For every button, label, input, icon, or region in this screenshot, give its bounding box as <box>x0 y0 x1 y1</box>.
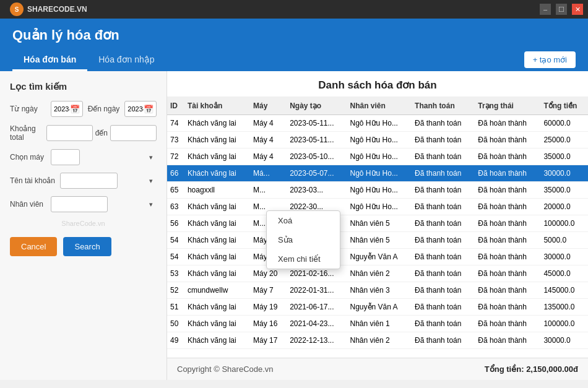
search-button[interactable]: Search <box>63 237 111 256</box>
table-cell: Khách vãng lai <box>184 115 250 132</box>
table-row[interactable]: 56Khách vãng laiM...2022-29...Nhân viên … <box>167 215 588 232</box>
table-row[interactable]: 54Khách vãng laiMáy 112021-05-28...Nguyễ… <box>167 249 588 265</box>
table-row[interactable]: 63Khách vãng laiM...2022-30...Ngô Hữu Ho… <box>167 199 588 215</box>
cancel-button[interactable]: Cancel <box>10 237 57 256</box>
table-area: Danh sách hóa đơn bán ID Tài khoản Máy N… <box>167 71 588 380</box>
table-cell: 2022-12-13... <box>287 332 347 349</box>
table-cell: 5000.0 <box>540 232 588 249</box>
context-menu-item[interactable]: Xoá <box>267 211 340 230</box>
logo-text: SHARECODE.VN <box>27 5 87 14</box>
table-cell: 30000.0 <box>540 249 588 265</box>
machine-label: Chọn máy <box>10 153 46 162</box>
footer-bar: Copyright © ShareCode.vn Tổng tiền: 2,15… <box>167 358 588 380</box>
table-row[interactable]: 74Khách vãng laiMáy 42023-05-11...Ngô Hữ… <box>167 115 588 132</box>
maximize-button[interactable]: ☐ <box>556 4 567 15</box>
filter-title: Lọc tìm kiếm <box>10 81 157 92</box>
table-cell: Ngô Hữu Ho... <box>347 182 412 199</box>
table-cell: Máy 4 <box>250 132 287 149</box>
range-label: Khoảng total <box>10 124 44 142</box>
table-cell: Đã thanh toán <box>412 182 475 199</box>
tabs-bar: Hóa đơn bán Hóa đơn nhập + tạo mới <box>0 50 588 71</box>
table-cell: Khách vãng lai <box>184 265 250 282</box>
table-row[interactable]: 66Khách vãng laiMá...2023-05-07...Ngô Hữ… <box>167 165 588 182</box>
table-row[interactable]: 51Khách vãng laiMáy 192021-06-17...Nguyễ… <box>167 299 588 316</box>
machine-select[interactable]: Máy 1Máy 2Máy 3 Máy 4Máy 7 <box>51 149 80 165</box>
table-cell: Khách vãng lai <box>184 199 250 215</box>
table-cell: Đã hoàn thành <box>475 316 540 332</box>
table-cell: Khách vãng lai <box>184 165 250 182</box>
to-date-input[interactable] <box>128 105 144 113</box>
table-cell: Đã hoàn thành <box>475 265 540 282</box>
from-date-field[interactable]: 📅 <box>51 101 83 117</box>
table-cell: 60000.0 <box>540 115 588 132</box>
table-cell: Ngô Hữu Ho... <box>347 149 412 165</box>
table-cell: 25000.0 <box>540 132 588 149</box>
to-date-calendar-icon[interactable]: 📅 <box>144 105 153 114</box>
table-cell: 2022-01-31... <box>287 282 347 299</box>
account-row: Tên tài khoản Khách vãng lai hoagxxll cm… <box>10 173 157 189</box>
logo-area: S SHARECODE.VN <box>10 2 87 16</box>
table-cell: Đã thanh toán <box>412 332 475 349</box>
table-cell: Nguyễn Văn A <box>347 299 412 316</box>
table-cell: Ngô Hữu Ho... <box>347 115 412 132</box>
col-date: Ngày tạo <box>287 97 347 115</box>
table-cell: Má... <box>250 165 287 182</box>
table-cell: Khách vãng lai <box>184 215 250 232</box>
to-date-label: Đến ngày <box>88 105 120 113</box>
table-row[interactable]: 53Khách vãng laiMáy 202021-02-16...Nhân … <box>167 265 588 282</box>
table-cell: 35000.0 <box>540 149 588 165</box>
close-button[interactable]: ✕ <box>572 4 583 15</box>
table-cell: Đã thanh toán <box>412 115 475 132</box>
table-cell: 2023-05-11... <box>287 115 347 132</box>
invoice-table: ID Tài khoản Máy Ngày tạo Nhân viên Than… <box>167 97 588 349</box>
table-scroll[interactable]: ID Tài khoản Máy Ngày tạo Nhân viên Than… <box>167 97 588 358</box>
table-row[interactable]: 50Khách vãng laiMáy 162021-04-23...Nhân … <box>167 316 588 332</box>
col-account: Tài khoản <box>184 97 250 115</box>
col-status: Trạng thái <box>475 97 540 115</box>
tab-hoa-don-nhap[interactable]: Hóa đơn nhập <box>87 50 165 71</box>
table-cell: Đã hoàn thành <box>475 132 540 149</box>
table-row[interactable]: 73Khách vãng laiMáy 42023-05-11...Ngô Hữ… <box>167 132 588 149</box>
table-header-row: ID Tài khoản Máy Ngày tạo Nhân viên Than… <box>167 97 588 115</box>
table-cell: 145000.0 <box>540 282 588 299</box>
footer-total-value: 2,150,000.00đ <box>526 364 578 374</box>
table-row[interactable]: 54Khách vãng laiMáy 202022-03-26...Nhân … <box>167 232 588 249</box>
table-cell: 56 <box>167 215 184 232</box>
table-cell: 2023-05-07... <box>287 165 347 182</box>
table-row[interactable]: 52cmundwellwMáy 72022-01-31...Nhân viên … <box>167 282 588 299</box>
table-cell: 2021-04-23... <box>287 316 347 332</box>
table-cell: Ngô Hữu Ho... <box>347 165 412 182</box>
context-menu-item[interactable]: Xem chi tiết <box>267 249 340 269</box>
logo-icon: S <box>10 2 24 16</box>
table-cell: 73 <box>167 132 184 149</box>
table-cell: 53 <box>167 265 184 282</box>
context-menu-item[interactable]: Sửa <box>267 230 340 249</box>
minimize-button[interactable]: – <box>540 4 551 15</box>
table-cell: Đã thanh toán <box>412 299 475 316</box>
range-from-input[interactable] <box>46 125 93 141</box>
table-row[interactable]: 72Khách vãng laiMáy 42023-05-10...Ngô Hữ… <box>167 149 588 165</box>
tab-hoa-don-ban[interactable]: Hóa đơn bán <box>12 50 87 71</box>
from-date-label: Từ ngày <box>10 105 46 113</box>
account-select[interactable]: Khách vãng lai hoagxxll cmundwellw <box>60 173 118 189</box>
table-cell: 30000.0 <box>540 165 588 182</box>
from-date-input[interactable] <box>54 105 70 113</box>
table-cell: 54 <box>167 249 184 265</box>
table-row[interactable]: 49Khách vãng laiMáy 172022-12-13...Nhân … <box>167 332 588 349</box>
table-cell: Đã thanh toán <box>412 132 475 149</box>
table-cell: Đã hoàn thành <box>475 249 540 265</box>
create-button[interactable]: + tạo mới <box>524 51 576 68</box>
table-row[interactable]: 65hoagxxllM...2023-03...Ngô Hữu Ho...Đã … <box>167 182 588 199</box>
employee-select[interactable]: Nhân viên 1Nhân viên 2Nhân viên 3 Nhân v… <box>51 196 108 212</box>
table-cell: Khách vãng lai <box>184 332 250 349</box>
app-title: Quản lý hóa đơn <box>12 27 576 43</box>
table-cell: Đã hoàn thành <box>475 115 540 132</box>
range-to-input[interactable] <box>110 125 157 141</box>
col-employee: Nhân viên <box>347 97 412 115</box>
table-cell: 51 <box>167 299 184 316</box>
table-cell: Máy 4 <box>250 149 287 165</box>
from-date-calendar-icon[interactable]: 📅 <box>70 105 80 114</box>
table-cell: 50 <box>167 316 184 332</box>
table-cell: 2023-05-11... <box>287 132 347 149</box>
to-date-field[interactable]: 📅 <box>124 101 157 117</box>
